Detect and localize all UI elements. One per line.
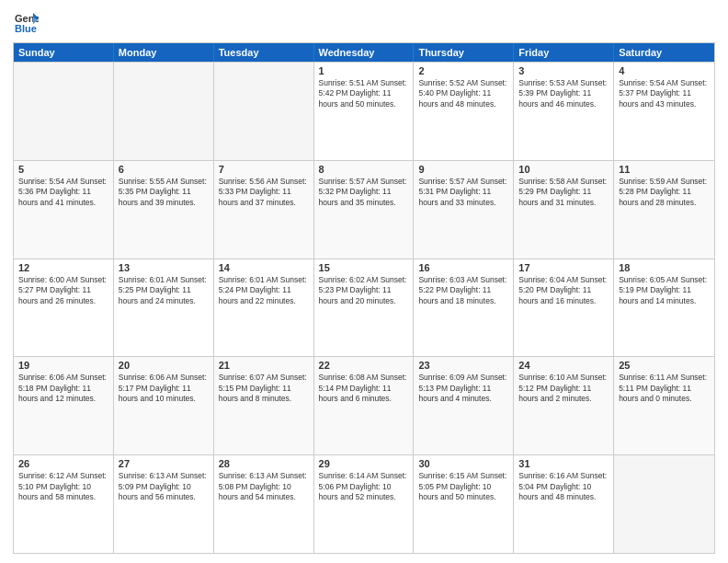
day-number: 19 bbox=[18, 360, 108, 371]
header-day-saturday: Saturday bbox=[614, 43, 714, 62]
day-cell-13: 13Sunrise: 6:01 AM Sunset: 5:25 PM Dayli… bbox=[114, 259, 214, 357]
day-info: Sunrise: 6:07 AM Sunset: 5:15 PM Dayligh… bbox=[219, 373, 309, 404]
day-cell-1: 1Sunrise: 5:51 AM Sunset: 5:42 PM Daylig… bbox=[314, 63, 415, 160]
day-number: 10 bbox=[518, 164, 609, 175]
day-info: Sunrise: 6:11 AM Sunset: 5:11 PM Dayligh… bbox=[619, 373, 710, 404]
day-info: Sunrise: 6:02 AM Sunset: 5:23 PM Dayligh… bbox=[319, 275, 409, 306]
day-info: Sunrise: 5:59 AM Sunset: 5:28 PM Dayligh… bbox=[619, 177, 710, 208]
day-cell-17: 17Sunrise: 6:04 AM Sunset: 5:20 PM Dayli… bbox=[514, 259, 614, 357]
day-number: 6 bbox=[119, 164, 209, 175]
calendar-row-3: 12Sunrise: 6:00 AM Sunset: 5:27 PM Dayli… bbox=[14, 259, 714, 357]
day-info: Sunrise: 5:58 AM Sunset: 5:29 PM Dayligh… bbox=[518, 177, 609, 208]
day-cell-15: 15Sunrise: 6:02 AM Sunset: 5:23 PM Dayli… bbox=[314, 259, 415, 357]
empty-cell bbox=[14, 63, 114, 160]
day-number: 26 bbox=[18, 458, 108, 469]
day-info: Sunrise: 6:15 AM Sunset: 5:05 PM Dayligh… bbox=[418, 471, 508, 502]
day-cell-29: 29Sunrise: 6:14 AM Sunset: 5:06 PM Dayli… bbox=[314, 455, 415, 553]
day-number: 30 bbox=[418, 458, 508, 469]
day-number: 20 bbox=[119, 360, 209, 371]
day-number: 7 bbox=[219, 164, 309, 175]
day-number: 1 bbox=[319, 65, 409, 76]
day-number: 12 bbox=[18, 262, 108, 273]
day-number: 25 bbox=[619, 360, 710, 371]
day-number: 15 bbox=[319, 262, 409, 273]
day-cell-3: 3Sunrise: 5:53 AM Sunset: 5:39 PM Daylig… bbox=[514, 63, 614, 160]
day-cell-14: 14Sunrise: 6:01 AM Sunset: 5:24 PM Dayli… bbox=[214, 259, 314, 357]
day-info: Sunrise: 6:04 AM Sunset: 5:20 PM Dayligh… bbox=[518, 275, 609, 306]
svg-text:Blue: Blue bbox=[15, 23, 37, 34]
day-info: Sunrise: 6:00 AM Sunset: 5:27 PM Dayligh… bbox=[18, 275, 108, 306]
day-info: Sunrise: 5:52 AM Sunset: 5:40 PM Dayligh… bbox=[418, 78, 508, 109]
calendar-body: 1Sunrise: 5:51 AM Sunset: 5:42 PM Daylig… bbox=[14, 62, 714, 553]
day-cell-22: 22Sunrise: 6:08 AM Sunset: 5:14 PM Dayli… bbox=[314, 357, 415, 454]
day-cell-5: 5Sunrise: 5:54 AM Sunset: 5:36 PM Daylig… bbox=[14, 161, 114, 259]
day-number: 4 bbox=[619, 65, 710, 76]
day-number: 31 bbox=[518, 458, 609, 469]
empty-cell bbox=[114, 63, 214, 160]
day-cell-7: 7Sunrise: 5:56 AM Sunset: 5:33 PM Daylig… bbox=[214, 161, 314, 259]
calendar-header: SundayMondayTuesdayWednesdayThursdayFrid… bbox=[14, 43, 714, 62]
day-info: Sunrise: 5:55 AM Sunset: 5:35 PM Dayligh… bbox=[119, 177, 209, 208]
day-cell-31: 31Sunrise: 6:16 AM Sunset: 5:04 PM Dayli… bbox=[514, 455, 614, 553]
day-info: Sunrise: 6:14 AM Sunset: 5:06 PM Dayligh… bbox=[319, 471, 409, 502]
day-number: 23 bbox=[418, 360, 508, 371]
day-info: Sunrise: 6:03 AM Sunset: 5:22 PM Dayligh… bbox=[418, 275, 508, 306]
day-info: Sunrise: 5:51 AM Sunset: 5:42 PM Dayligh… bbox=[319, 78, 409, 109]
calendar-row-4: 19Sunrise: 6:06 AM Sunset: 5:18 PM Dayli… bbox=[14, 356, 714, 454]
day-cell-16: 16Sunrise: 6:03 AM Sunset: 5:22 PM Dayli… bbox=[414, 259, 514, 357]
day-cell-2: 2Sunrise: 5:52 AM Sunset: 5:40 PM Daylig… bbox=[414, 63, 514, 160]
day-info: Sunrise: 5:56 AM Sunset: 5:33 PM Dayligh… bbox=[219, 177, 309, 208]
day-cell-23: 23Sunrise: 6:09 AM Sunset: 5:13 PM Dayli… bbox=[414, 357, 514, 454]
header-day-tuesday: Tuesday bbox=[214, 43, 314, 62]
day-number: 5 bbox=[18, 164, 108, 175]
calendar-row-2: 5Sunrise: 5:54 AM Sunset: 5:36 PM Daylig… bbox=[14, 160, 714, 259]
day-cell-18: 18Sunrise: 6:05 AM Sunset: 5:19 PM Dayli… bbox=[614, 259, 714, 357]
day-info: Sunrise: 5:54 AM Sunset: 5:37 PM Dayligh… bbox=[619, 78, 710, 109]
day-info: Sunrise: 6:08 AM Sunset: 5:14 PM Dayligh… bbox=[319, 373, 409, 404]
day-cell-21: 21Sunrise: 6:07 AM Sunset: 5:15 PM Dayli… bbox=[214, 357, 314, 454]
day-number: 2 bbox=[418, 65, 508, 76]
day-number: 17 bbox=[518, 262, 609, 273]
logo: General Blue bbox=[13, 9, 42, 35]
calendar-row-1: 1Sunrise: 5:51 AM Sunset: 5:42 PM Daylig… bbox=[14, 62, 714, 160]
day-number: 24 bbox=[518, 360, 609, 371]
day-info: Sunrise: 6:01 AM Sunset: 5:25 PM Dayligh… bbox=[119, 275, 209, 306]
day-info: Sunrise: 6:06 AM Sunset: 5:17 PM Dayligh… bbox=[119, 373, 209, 404]
day-number: 28 bbox=[219, 458, 309, 469]
day-info: Sunrise: 6:12 AM Sunset: 5:10 PM Dayligh… bbox=[18, 471, 108, 502]
day-cell-20: 20Sunrise: 6:06 AM Sunset: 5:17 PM Dayli… bbox=[114, 357, 214, 454]
page: General Blue SundayMondayTuesdayWednesda… bbox=[0, 0, 728, 563]
day-info: Sunrise: 5:57 AM Sunset: 5:31 PM Dayligh… bbox=[418, 177, 508, 208]
day-info: Sunrise: 6:01 AM Sunset: 5:24 PM Dayligh… bbox=[219, 275, 309, 306]
header: General Blue bbox=[13, 9, 715, 35]
day-number: 3 bbox=[518, 65, 609, 76]
day-number: 27 bbox=[119, 458, 209, 469]
day-cell-8: 8Sunrise: 5:57 AM Sunset: 5:32 PM Daylig… bbox=[314, 161, 415, 259]
empty-cell bbox=[614, 455, 714, 553]
day-info: Sunrise: 6:10 AM Sunset: 5:12 PM Dayligh… bbox=[518, 373, 609, 404]
calendar-row-5: 26Sunrise: 6:12 AM Sunset: 5:10 PM Dayli… bbox=[14, 454, 714, 553]
day-cell-27: 27Sunrise: 6:13 AM Sunset: 5:09 PM Dayli… bbox=[114, 455, 214, 553]
day-info: Sunrise: 5:57 AM Sunset: 5:32 PM Dayligh… bbox=[319, 177, 409, 208]
day-cell-12: 12Sunrise: 6:00 AM Sunset: 5:27 PM Dayli… bbox=[14, 259, 114, 357]
day-number: 29 bbox=[319, 458, 409, 469]
day-info: Sunrise: 6:13 AM Sunset: 5:08 PM Dayligh… bbox=[219, 471, 309, 502]
empty-cell bbox=[214, 63, 314, 160]
logo-icon: General Blue bbox=[13, 9, 39, 35]
header-day-monday: Monday bbox=[114, 43, 214, 62]
day-info: Sunrise: 6:05 AM Sunset: 5:19 PM Dayligh… bbox=[619, 275, 710, 306]
day-number: 9 bbox=[418, 164, 508, 175]
day-number: 16 bbox=[418, 262, 508, 273]
day-cell-9: 9Sunrise: 5:57 AM Sunset: 5:31 PM Daylig… bbox=[414, 161, 514, 259]
day-cell-25: 25Sunrise: 6:11 AM Sunset: 5:11 PM Dayli… bbox=[614, 357, 714, 454]
day-info: Sunrise: 6:09 AM Sunset: 5:13 PM Dayligh… bbox=[418, 373, 508, 404]
day-cell-28: 28Sunrise: 6:13 AM Sunset: 5:08 PM Dayli… bbox=[214, 455, 314, 553]
day-cell-11: 11Sunrise: 5:59 AM Sunset: 5:28 PM Dayli… bbox=[614, 161, 714, 259]
day-info: Sunrise: 6:13 AM Sunset: 5:09 PM Dayligh… bbox=[119, 471, 209, 502]
header-day-sunday: Sunday bbox=[14, 43, 114, 62]
day-cell-26: 26Sunrise: 6:12 AM Sunset: 5:10 PM Dayli… bbox=[14, 455, 114, 553]
calendar: SundayMondayTuesdayWednesdayThursdayFrid… bbox=[13, 42, 715, 554]
day-cell-19: 19Sunrise: 6:06 AM Sunset: 5:18 PM Dayli… bbox=[14, 357, 114, 454]
header-day-wednesday: Wednesday bbox=[314, 43, 415, 62]
day-cell-10: 10Sunrise: 5:58 AM Sunset: 5:29 PM Dayli… bbox=[514, 161, 614, 259]
